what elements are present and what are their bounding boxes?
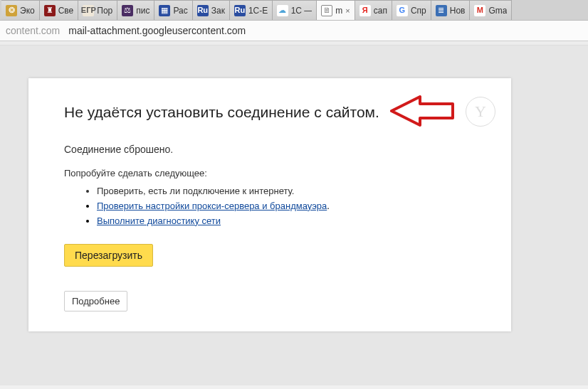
- reload-button[interactable]: Перезагрузить: [64, 244, 153, 267]
- tab-label: Све: [58, 6, 74, 16]
- suggestion-check-internet: Проверить, есть ли подключение к интерне…: [97, 184, 476, 199]
- favicon-page-icon: 🗎: [321, 5, 332, 16]
- favicon-ru2-icon: Ru: [234, 5, 246, 16]
- browser-tab[interactable]: 🗎m×: [317, 0, 355, 20]
- proxy-settings-link[interactable]: Проверить настройки прокси-сервера и бра…: [97, 201, 327, 211]
- suggestion-proxy: Проверить настройки прокси-сервера и бра…: [97, 199, 476, 214]
- error-subtitle: Соединение сброшено.: [64, 144, 476, 155]
- favicon-gmail-icon: M: [474, 5, 485, 16]
- favicon-eco-icon: ❂: [6, 5, 17, 16]
- tab-label: сап: [374, 6, 387, 16]
- close-tab-icon[interactable]: ×: [345, 6, 350, 15]
- tab-label: Рас: [173, 6, 187, 16]
- address-host-right: mail-attachment.googleusercontent.com: [68, 25, 246, 36]
- browser-tab-bar: ❂Эко♜СвеЕГРПор⚖пис▦РасRuЗакRu1С-Е☁1С —🗎m…: [0, 0, 588, 21]
- browser-tab[interactable]: ≣Нов: [431, 0, 471, 20]
- error-suggestion-list: Проверить, есть ли подключение к интерне…: [64, 184, 476, 228]
- browser-tab[interactable]: ЕГРПор: [78, 0, 117, 20]
- favicon-scale-icon: ⚖: [122, 5, 133, 16]
- browser-tab[interactable]: ⚖пис: [117, 0, 154, 20]
- error-card: Не удаётся установить соединение с сайто…: [28, 78, 511, 331]
- arrow-annotation-icon: [387, 95, 456, 129]
- favicon-ras-icon: ▦: [159, 5, 170, 16]
- tab-label: 1С —: [291, 6, 313, 16]
- favicon-yandex-icon: Я: [359, 5, 371, 16]
- yandex-browser-logo-icon: Y: [466, 97, 495, 127]
- tab-label: Пор: [97, 6, 112, 16]
- browser-tab[interactable]: MGma: [470, 0, 512, 20]
- favicon-cloud-icon: ☁: [277, 5, 288, 16]
- address-host-left: content.com: [6, 25, 60, 36]
- tab-label: Зак: [211, 6, 225, 16]
- page-canvas: Не удаётся установить соединение с сайто…: [0, 46, 588, 385]
- browser-tab[interactable]: ♜Све: [40, 0, 79, 20]
- tab-label: 1С-Е: [248, 6, 268, 16]
- tab-label: пис: [136, 6, 149, 16]
- error-try-label: Попробуйте сделать следующее:: [64, 168, 476, 178]
- tab-label: Gma: [488, 6, 507, 16]
- favicon-google-icon: G: [397, 5, 408, 16]
- favicon-egr-icon: ЕГР: [83, 5, 94, 16]
- suggestion-diagnostics: Выполните диагностику сети: [97, 214, 476, 229]
- favicon-sve-icon: ♜: [44, 5, 56, 16]
- browser-tab[interactable]: ❂Эко: [1, 0, 40, 20]
- network-diagnostics-link[interactable]: Выполните диагностику сети: [97, 215, 221, 226]
- browser-tab[interactable]: ☁1С —: [273, 0, 317, 20]
- browser-tab[interactable]: RuЗак: [193, 0, 230, 20]
- browser-tab[interactable]: Ясап: [355, 0, 392, 20]
- browser-tab[interactable]: ▦Рас: [154, 0, 192, 20]
- tab-label: Спр: [411, 6, 426, 16]
- tab-label: Нов: [450, 6, 466, 16]
- favicon-news-icon: ≣: [436, 5, 447, 16]
- tab-label: Эко: [20, 6, 35, 16]
- favicon-ru1-icon: Ru: [197, 5, 209, 16]
- address-bar[interactable]: content.com mail-attachment.googleuserco…: [0, 21, 588, 41]
- browser-tab[interactable]: GСпр: [392, 0, 431, 20]
- tab-label: m: [335, 6, 342, 16]
- browser-tab[interactable]: Ru1С-Е: [230, 0, 273, 20]
- details-button[interactable]: Подробнее: [64, 291, 127, 311]
